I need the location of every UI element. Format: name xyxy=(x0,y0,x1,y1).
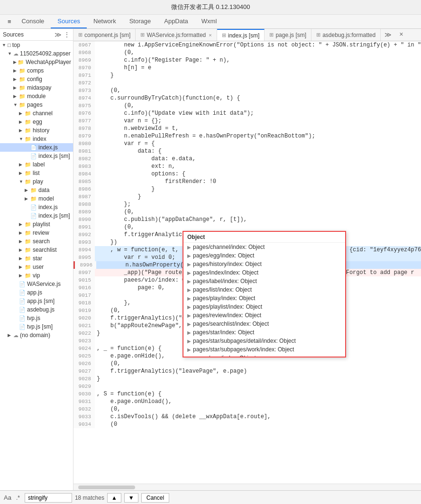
sidebar-tree-item[interactable]: ▶ 📁 model xyxy=(0,194,73,203)
sidebar-tree-item[interactable]: 📄 WAService.js xyxy=(0,280,73,288)
tree-arrow[interactable]: ▼ xyxy=(19,179,25,184)
tree-arrow[interactable]: ▶ xyxy=(13,68,19,73)
sidebar-tree-item[interactable]: ▶ 📁 data xyxy=(0,186,73,194)
sidebar-tree-item[interactable]: 📄 tvp.js [sm] xyxy=(0,322,73,331)
tree-arrow[interactable]: ▶ xyxy=(19,222,25,227)
sidebar-tree-item[interactable]: 📄 app.js [sm] xyxy=(0,297,73,305)
tree-arrow[interactable]: ▶ xyxy=(13,60,18,64)
tree-arrow[interactable]: ▼ xyxy=(8,51,13,56)
tab-appdata[interactable]: AppData xyxy=(157,15,195,28)
sidebar-tree-item[interactable]: ▼ 📁 index xyxy=(0,135,73,143)
sidebar-tree-item[interactable]: ▶ 📁 user xyxy=(0,263,73,271)
sidebar-collapse-icon[interactable]: ≫ xyxy=(55,31,62,38)
autocomplete-item[interactable]: ▶ pages/user/index: Object xyxy=(183,354,345,357)
nav-up-button[interactable]: ▲ xyxy=(107,493,121,503)
sidebar-tree-item[interactable]: ▶ 📁 module xyxy=(0,92,73,101)
tree-arrow[interactable]: ▶ xyxy=(19,111,25,116)
code-scrollbar[interactable] xyxy=(73,484,421,490)
sidebar-tree-item[interactable]: ▼ 📁 pages xyxy=(0,101,73,109)
tree-arrow[interactable]: ▶ xyxy=(13,85,19,90)
autocomplete-item[interactable]: ▶ pages/egg/index: Object xyxy=(183,251,345,260)
sidebar-tree-item[interactable]: ▼ 📁 play xyxy=(0,177,73,186)
tree-arrow[interactable]: ▶ xyxy=(19,162,25,167)
sidebar-tree-item[interactable]: ▶ 📁 comps xyxy=(0,66,73,75)
sidebar-tree-item[interactable]: ▶ 📁 list xyxy=(0,169,73,177)
autocomplete-item[interactable]: ▶ pages/list/index: Object xyxy=(183,285,345,294)
sidebar-menu-icon[interactable]: ⋮ xyxy=(64,31,70,38)
sidebar-tree-item[interactable]: ▶ 📁 searchlist xyxy=(0,246,73,254)
sidebar-tree-item[interactable]: ▼ ☁ 1150254092.appser xyxy=(0,49,73,58)
case-sensitive-label[interactable]: Aa xyxy=(4,494,11,501)
close-all-tabs-icon[interactable]: × xyxy=(395,29,407,41)
sidebar-tree-item[interactable]: ▶ 📁 WechatAppPlayer xyxy=(0,58,73,66)
file-tab-asdebug[interactable]: ⊞asdebug.js:formatted xyxy=(311,29,381,41)
tree-arrow[interactable]: ▶ xyxy=(13,77,19,82)
autocomplete-item[interactable]: ▶ pages/star/subpages/work/index: Object xyxy=(183,345,345,354)
tree-arrow[interactable]: ▶ xyxy=(19,265,25,269)
sidebar-tree-item[interactable]: ▶ ☁ (no domain) xyxy=(0,331,73,339)
autocomplete-item[interactable]: ▶ pages/searchlist/index: Object xyxy=(183,320,345,328)
tab-wxml[interactable]: Wxml xyxy=(195,15,224,28)
tree-arrow[interactable]: ▼ xyxy=(2,43,8,47)
file-tab-component[interactable]: ⊞component.js [sm] xyxy=(73,29,136,41)
sidebar-tree-item[interactable]: ▶ 📁 label xyxy=(0,160,73,169)
sidebar-tree-item[interactable]: ▶ 📁 playlist xyxy=(0,220,73,229)
sidebar-tree-item[interactable]: ▶ 📁 review xyxy=(0,229,73,237)
cancel-button[interactable]: Cancel xyxy=(141,493,169,503)
regex-label[interactable]: .* xyxy=(14,494,22,502)
nav-down-button[interactable]: ▼ xyxy=(124,493,138,503)
file-tab-pagejs[interactable]: ⊞page.js [sm] xyxy=(265,29,311,41)
autocomplete-item[interactable]: ▶ pages/review/index: Object xyxy=(183,311,345,320)
autocomplete-item[interactable]: ▶ pages/star/subpages/detail/index: Obje… xyxy=(183,337,345,345)
tree-arrow[interactable]: ▶ xyxy=(8,333,13,338)
tab-storage[interactable]: Storage xyxy=(123,15,158,28)
sidebar-tree-item[interactable]: ▶ 📁 history xyxy=(0,126,73,135)
autocomplete-item[interactable]: ▶ pages/playlist/index: Object xyxy=(183,302,345,311)
code-scrollbar-thumb[interactable] xyxy=(78,486,135,489)
sidebar-tree-item[interactable]: 📄 tvp.js xyxy=(0,314,73,322)
search-input[interactable] xyxy=(25,493,72,503)
autocomplete-item[interactable]: ▶ pages/play/index: Object xyxy=(183,294,345,302)
tree-arrow[interactable]: ▶ xyxy=(19,256,25,261)
autocomplete-list[interactable]: ▶ pages/channel/index: Object ▶ pages/eg… xyxy=(183,243,345,357)
autocomplete-item[interactable]: ▶ pages/history/index: Object xyxy=(183,260,345,268)
autocomplete-item[interactable]: ▶ pages/channel/index: Object xyxy=(183,243,345,251)
tree-arrow[interactable]: ▼ xyxy=(13,102,19,107)
sidebar-tree-item[interactable]: 📄 index.js xyxy=(0,203,73,211)
tree-arrow[interactable]: ▶ xyxy=(19,128,25,133)
tree-arrow[interactable]: ▶ xyxy=(19,273,25,278)
sidebar-tree-item[interactable]: ▶ 📁 search xyxy=(0,237,73,246)
sidebar-tree-item[interactable]: 📄 index.js [sm] xyxy=(0,211,73,220)
tab-console[interactable]: Console xyxy=(15,15,51,28)
sidebar-tree-item[interactable]: ▶ 📁 vip xyxy=(0,271,73,280)
tree-arrow[interactable]: ▶ xyxy=(25,188,30,192)
tree-arrow[interactable]: ▼ xyxy=(19,137,25,141)
sidebar-tree-item[interactable]: ▶ 📁 midaspay xyxy=(0,83,73,92)
autocomplete-item[interactable]: ▶ pages/star/index: Object xyxy=(183,328,345,337)
tab-sources[interactable]: Sources xyxy=(51,15,87,28)
sidebar-tree-item[interactable]: 📄 index.js xyxy=(0,143,73,152)
tree-arrow[interactable]: ▶ xyxy=(19,171,25,175)
close-icon-waservice[interactable]: × xyxy=(209,32,211,38)
sidebar-tree-item[interactable]: ▶ 📁 star xyxy=(0,254,73,263)
more-tabs-icon[interactable]: ≫ xyxy=(381,29,395,41)
tree-arrow[interactable]: ▶ xyxy=(25,196,30,201)
sidebar-tree-item[interactable]: ▶ 📁 egg xyxy=(0,118,73,126)
tab-icon[interactable]: ≡ xyxy=(4,15,15,28)
sidebar-tree-item[interactable]: ▶ 📁 config xyxy=(0,75,73,83)
tree-arrow[interactable]: ▶ xyxy=(13,94,19,99)
tree-arrow[interactable]: ▶ xyxy=(19,119,25,124)
sidebar-tree-item[interactable]: 📄 asdebug.js xyxy=(0,305,73,314)
sidebar-tree-item[interactable]: ▶ 📁 channel xyxy=(0,109,73,118)
sidebar-tree-item[interactable]: ▼ □ top xyxy=(0,41,73,49)
autocomplete-item[interactable]: ▶ pages/index/index: Object xyxy=(183,268,345,277)
autocomplete-item[interactable]: ▶ pages/label/index: Object xyxy=(183,277,345,285)
file-tab-indexjs[interactable]: ⊞index.js [sm] xyxy=(217,29,265,41)
tab-network[interactable]: Network xyxy=(87,15,123,28)
sidebar-tree-item[interactable]: 📄 app.js xyxy=(0,288,73,297)
tree-arrow[interactable]: ▶ xyxy=(19,239,25,244)
sidebar-tree-item[interactable]: 📄 index.js [sm] xyxy=(0,152,73,160)
file-tab-waservice[interactable]: ⊞WAService.js:formatted × xyxy=(136,29,217,41)
tree-arrow[interactable]: ▶ xyxy=(19,230,25,235)
tree-arrow[interactable]: ▶ xyxy=(19,247,25,252)
